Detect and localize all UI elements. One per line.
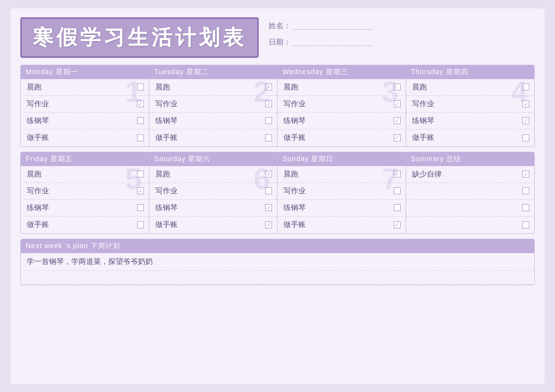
task-checkbox[interactable]: ✓ xyxy=(265,171,272,177)
task-label: 做手账 xyxy=(283,220,306,229)
next-week-section: Next week 's plan 下周计划 学一首钢琴，学两道菜，探望爷爷奶奶 xyxy=(20,239,535,285)
task-checkbox[interactable] xyxy=(137,171,144,177)
date-label: 日期： xyxy=(269,38,291,47)
task-label: 晨跑 xyxy=(283,83,298,92)
task-row xyxy=(406,183,535,200)
task-checkbox[interactable]: ✓ xyxy=(265,100,272,107)
task-row: 晨跑 xyxy=(278,79,406,96)
task-row: 晨跑✓ xyxy=(278,166,406,183)
day-header-2: Wednesday 星期三 xyxy=(278,65,406,79)
task-row: 晨跑 xyxy=(406,79,535,96)
day-col-0: Friday 星期五5晨跑写作业✓练钢琴做手账 xyxy=(21,152,149,233)
task-label: 写作业 xyxy=(27,186,49,196)
task-row xyxy=(406,200,535,217)
day-col-1: Saturday 星期六6晨跑✓写作业练钢琴✓做手账✓ xyxy=(149,152,278,233)
task-checkbox[interactable] xyxy=(265,134,272,141)
day-header-2: Sunday 星期日 xyxy=(278,152,406,166)
task-row: 做手账✓ xyxy=(149,217,278,233)
task-label: 做手账 xyxy=(27,133,49,142)
day-header-1: Saturday 星期六 xyxy=(149,152,278,166)
task-checkbox[interactable] xyxy=(394,84,401,90)
task-row: 写作业✓ xyxy=(406,96,535,113)
top-grid: Monday 星期一1晨跑写作业✓练钢琴做手账Tuesday 星期二2晨跑✓写作… xyxy=(20,65,535,147)
task-label: 写作业 xyxy=(283,99,306,109)
task-row: 晨跑 xyxy=(21,166,149,183)
task-checkbox[interactable]: ✓ xyxy=(394,171,401,177)
task-row: 写作业 xyxy=(278,183,406,200)
task-checkbox[interactable]: ✓ xyxy=(265,221,272,228)
task-checkbox[interactable] xyxy=(522,187,529,194)
task-checkbox[interactable]: ✓ xyxy=(394,134,401,141)
task-label: 练钢琴 xyxy=(27,203,49,213)
task-row: 写作业✓ xyxy=(21,96,149,113)
name-line[interactable] xyxy=(294,22,373,30)
task-checkbox[interactable] xyxy=(522,134,529,141)
next-week-header: Next week 's plan 下周计划 xyxy=(21,239,534,253)
day-header-0: Friday 星期五 xyxy=(21,152,149,166)
day-col-3: Thursday 星期四4晨跑写作业✓练钢琴✓做手账 xyxy=(406,65,535,146)
task-label: 写作业 xyxy=(412,99,434,109)
task-checkbox[interactable]: ✓ xyxy=(137,100,144,107)
task-checkbox[interactable] xyxy=(265,117,272,124)
task-row: 练钢琴 xyxy=(21,200,149,217)
day-col-2: Wednesday 星期三3晨跑写作业✓练钢琴✓做手账✓ xyxy=(278,65,406,146)
day-header-3: Thursday 星期四 xyxy=(406,65,535,79)
day-header-1: Tuesday 星期二 xyxy=(149,65,278,79)
task-row: 写作业✓ xyxy=(278,96,406,113)
date-field-row: 日期： xyxy=(269,38,373,47)
task-row: 做手账✓ xyxy=(278,130,406,146)
task-row: 缺少自律✓ xyxy=(406,166,535,183)
task-checkbox[interactable]: ✓ xyxy=(522,100,529,107)
task-row: 晨跑 xyxy=(21,79,149,96)
task-row: 写作业✓ xyxy=(21,183,149,200)
task-checkbox[interactable] xyxy=(265,187,272,194)
task-checkbox[interactable] xyxy=(522,84,529,90)
name-label: 姓名： xyxy=(269,21,291,31)
task-row: 练钢琴 xyxy=(278,200,406,217)
task-checkbox[interactable]: ✓ xyxy=(394,221,401,228)
task-label: 做手账 xyxy=(412,133,434,142)
task-checkbox[interactable]: ✓ xyxy=(394,100,401,107)
task-checkbox[interactable] xyxy=(137,84,144,90)
task-checkbox[interactable] xyxy=(394,187,401,194)
task-label: 晨跑 xyxy=(283,170,298,179)
task-label: 做手账 xyxy=(155,133,178,142)
task-checkbox[interactable] xyxy=(394,204,401,211)
task-row: 练钢琴 xyxy=(21,113,149,130)
day-header-3: Summary 总结 xyxy=(406,152,535,166)
task-row: 晨跑✓ xyxy=(149,166,278,183)
task-row: 做手账 xyxy=(21,217,149,233)
main-title: 寒假学习生活计划表 xyxy=(33,24,246,51)
task-label: 练钢琴 xyxy=(283,203,306,213)
task-label: 晨跑 xyxy=(155,83,170,92)
task-checkbox[interactable]: ✓ xyxy=(265,84,272,90)
task-label: 写作业 xyxy=(155,99,178,109)
header-fields: 姓名： 日期： xyxy=(269,17,373,47)
task-checkbox[interactable]: ✓ xyxy=(522,117,529,124)
task-row: 练钢琴✓ xyxy=(406,113,535,130)
task-checkbox[interactable]: ✓ xyxy=(137,187,144,194)
task-row: 练钢琴✓ xyxy=(149,200,278,217)
task-label: 写作业 xyxy=(27,99,49,109)
date-line[interactable] xyxy=(294,38,373,46)
next-week-content[interactable]: 学一首钢琴，学两道菜，探望爷爷奶奶 xyxy=(21,253,534,271)
task-label: 练钢琴 xyxy=(283,116,306,126)
task-checkbox[interactable] xyxy=(137,117,144,124)
task-checkbox[interactable] xyxy=(522,204,529,211)
task-label: 晨跑 xyxy=(412,83,427,92)
task-row: 做手账 xyxy=(149,130,278,146)
task-checkbox[interactable]: ✓ xyxy=(265,204,272,211)
task-checkbox[interactable] xyxy=(137,204,144,211)
task-checkbox[interactable]: ✓ xyxy=(522,171,529,177)
task-row: 练钢琴 xyxy=(149,113,278,130)
task-checkbox[interactable]: ✓ xyxy=(394,117,401,124)
task-label: 做手账 xyxy=(155,220,178,229)
day-col-3: Summary 总结缺少自律✓ xyxy=(406,152,535,233)
planner-container: 寒假学习生活计划表 姓名： 日期： Monday 星期一1晨跑写作业✓练钢琴做手… xyxy=(10,8,545,384)
task-checkbox[interactable] xyxy=(137,221,144,228)
day-header-0: Monday 星期一 xyxy=(21,65,149,79)
task-label: 练钢琴 xyxy=(27,116,49,126)
task-label: 写作业 xyxy=(155,186,178,196)
task-checkbox[interactable] xyxy=(137,134,144,141)
task-checkbox[interactable] xyxy=(522,221,529,228)
